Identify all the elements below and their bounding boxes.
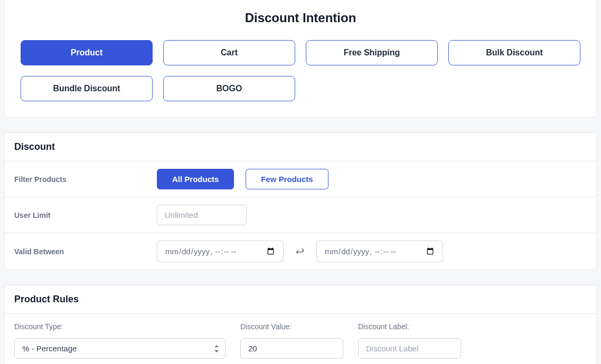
intention-card: Discount Intention Product Cart Free Shi… xyxy=(4,0,597,118)
intention-free-shipping-button[interactable]: Free Shipping xyxy=(306,40,438,65)
user-limit-input[interactable] xyxy=(157,205,247,225)
discount-value-label: Discount Value: xyxy=(240,322,343,331)
filter-all-button[interactable]: All Products xyxy=(157,169,234,189)
intention-product-button[interactable]: Product xyxy=(21,40,153,65)
discount-label-col: Discount Label: xyxy=(358,322,461,359)
product-rules-header: Product Rules xyxy=(5,285,596,314)
intention-bogo-button[interactable]: BOGO xyxy=(163,76,295,101)
discount-header: Discount xyxy=(5,133,596,161)
discount-type-select[interactable]: % - Percentage xyxy=(14,338,226,359)
user-limit-label: User Limit xyxy=(14,211,157,219)
product-rules-title: Product Rules xyxy=(14,294,587,305)
discount-title: Discount xyxy=(14,141,587,152)
valid-from-input[interactable] xyxy=(157,241,284,262)
discount-value-input[interactable] xyxy=(240,338,343,359)
intention-bulk-button[interactable]: Bulk Discount xyxy=(448,40,580,65)
valid-to-input[interactable] xyxy=(316,241,443,262)
discount-card: Discount Filter Products All Products Fe… xyxy=(4,132,597,270)
intention-cart-button[interactable]: Cart xyxy=(163,40,295,65)
valid-between-row: Valid Between xyxy=(5,233,596,270)
product-rules-body: Discount Type: % - Percentage Discount V… xyxy=(5,314,596,364)
discount-label-input[interactable] xyxy=(358,338,461,359)
product-rules-card: Product Rules Discount Type: % - Percent… xyxy=(4,285,597,364)
filter-products-row: Filter Products All Products Few Product… xyxy=(5,161,596,197)
discount-value-col: Discount Value: xyxy=(240,322,343,359)
discount-type-label: Discount Type: xyxy=(14,322,226,331)
filter-products-options: All Products Few Products xyxy=(157,169,328,189)
intention-bundle-button[interactable]: Bundle Discount xyxy=(21,76,153,101)
filter-few-button[interactable]: Few Products xyxy=(246,169,328,189)
discount-label-label: Discount Label: xyxy=(358,322,461,331)
user-limit-row: User Limit xyxy=(5,197,596,233)
discount-type-col: Discount Type: % - Percentage xyxy=(14,322,226,359)
intention-title: Discount Intention xyxy=(21,0,580,40)
valid-between-label: Valid Between xyxy=(14,247,157,256)
intention-options: Product Cart Free Shipping Bulk Discount… xyxy=(21,40,580,101)
swap-icon xyxy=(295,247,305,256)
filter-products-label: Filter Products xyxy=(14,175,157,184)
